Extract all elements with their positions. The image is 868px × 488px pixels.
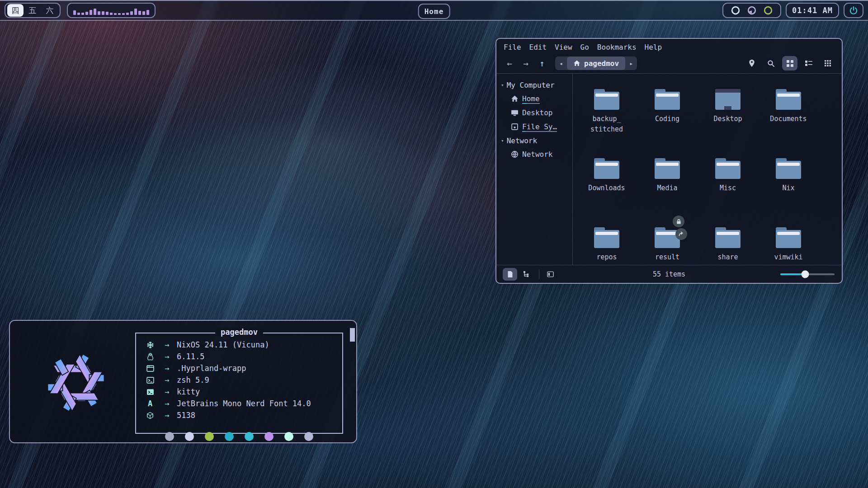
arrow-icon: → [157,362,177,374]
folder-desktop[interactable]: Desktop [698,81,758,150]
fetch-hostname: pagedmov [215,328,263,337]
folder-icon [776,227,801,248]
desktop-icon [511,109,519,117]
folder-label: Coding [655,114,679,124]
breadcrumb-prev-icon[interactable]: ◂ [555,56,567,70]
home-icon [511,95,519,103]
terminal-value: kitty [177,386,200,398]
terminal-color-palette [135,432,343,441]
fetch-row-font: A → JetBrains Mono Nerd Font 14.0 [143,398,342,409]
collapse-icon: ▾ [501,82,504,88]
fetch-box: pagedmov → NixOS 24.11 (Vicuna) → 6.11.5 [135,333,343,434]
nixos-icon [143,341,157,349]
workspace-4[interactable]: 四 [7,4,24,17]
arrow-icon: → [157,374,177,386]
workspace-5[interactable]: 五 [24,4,41,17]
palette-dot [205,432,214,441]
wm-value: .Hyprland-wrapp [177,362,246,374]
shell-icon [143,377,157,384]
breadcrumb-current[interactable]: pagedmov [567,56,625,70]
folder-label: Misc [720,183,736,193]
folder-icon [594,227,619,248]
statusbar-separator [539,269,539,279]
font-value: JetBrains Mono Nerd Font 14.0 [177,398,311,409]
symlink-emblem-icon [675,228,687,240]
toolbar-right [744,56,835,70]
palette-dot [264,432,274,441]
readonly-lock-emblem-icon [673,216,684,227]
fetch-row-shell: → zsh 5.9 [143,374,342,386]
active-window-title[interactable]: Home [418,4,450,19]
icon-view-button[interactable] [782,56,797,70]
topbar-right-modules: 01:41 AM [722,3,863,18]
folder-label: vimwiki [774,252,802,263]
sidebar-item-desktop[interactable]: Desktop [501,106,572,120]
folder-icon [655,158,680,179]
search-icon[interactable] [763,56,778,70]
breadcrumb: ◂ pagedmov ▸ [555,56,637,70]
folder-label: Documents [770,114,807,124]
back-button[interactable]: ← [503,58,516,68]
nixos-logo [28,333,124,433]
fetch-row-wm: → .Hyprland-wrapp [143,362,342,374]
folder-icon [776,158,801,179]
folder-nix[interactable]: Nix [758,150,819,219]
arrow-icon: → [157,351,177,362]
fetch-rows: → NixOS 24.11 (Vicuna) → 6.11.5 → .Hyprl… [136,333,342,421]
menu-file[interactable]: File [504,43,521,52]
location-pin-icon[interactable] [744,56,760,70]
sidebar-item-network[interactable]: Network [501,147,572,161]
menu-bookmarks[interactable]: Bookmarks [597,43,637,52]
places-pane-toggle[interactable] [503,268,517,281]
sidebar-item-label: Desktop [522,108,552,117]
folder-label: result [655,252,679,263]
folder-backup-stitched[interactable]: backup_ stitched [576,81,637,150]
zoom-slider[interactable] [780,271,835,278]
top-bar: 四 五 六 Home 01:41 AM [0,0,868,21]
folder-icon [655,89,680,110]
menu-edit[interactable]: Edit [529,43,547,52]
sidebar-section-network[interactable]: ▾ Network [501,134,572,147]
menu-go[interactable]: Go [580,43,589,52]
sidebar-item-home[interactable]: Home [501,92,572,106]
arrow-icon: → [157,409,177,421]
slider-thumb[interactable] [802,270,809,278]
folder-label: Media [657,183,677,193]
file-manager-window: File Edit View Go Bookmarks Help ← → ↑ ◂… [495,38,843,284]
places-sidebar: ▾ My Computer Home Desktop File Sy… [496,74,572,265]
side-panel-toggle[interactable] [543,268,557,281]
breadcrumb-next-icon[interactable]: ▸ [625,56,637,70]
folder-icon [594,89,619,110]
forward-button[interactable]: → [519,58,533,68]
folder-label: backup_ stitched [590,114,623,135]
menu-view[interactable]: View [555,43,572,52]
folder-icon [715,227,741,248]
sidebar-item-filesystem[interactable]: File Sy… [501,120,572,134]
palette-dot [185,432,194,441]
thumbnail-view-button[interactable] [820,56,835,70]
up-button[interactable]: ↑ [535,58,549,68]
status-indicators [722,3,781,18]
arrow-icon: → [157,398,177,409]
folder-misc[interactable]: Misc [698,150,758,219]
folder-downloads[interactable]: Downloads [576,150,637,219]
ring-indicator-2-icon[interactable] [763,5,773,15]
compact-view-button[interactable] [801,56,816,70]
folder-coding[interactable]: Coding [637,81,698,150]
menu-help[interactable]: Help [645,43,662,52]
palette-dot [284,432,293,441]
sidebar-section-my-computer[interactable]: ▾ My Computer [501,78,572,92]
folder-media[interactable]: Media [637,150,698,219]
folder-documents[interactable]: Documents [758,81,819,150]
window-manager-icon [143,365,157,372]
power-button[interactable] [844,3,863,18]
font-icon: A [143,398,157,409]
workspace-6[interactable]: 六 [42,4,58,17]
tree-pane-toggle[interactable] [519,268,533,281]
pie-indicator-icon[interactable] [747,5,757,15]
shell-value: zsh 5.9 [177,374,209,386]
sidebar-item-label: File Sy… [522,122,557,131]
ring-indicator-icon[interactable] [731,5,741,15]
clock[interactable]: 01:41 AM [786,3,839,18]
palette-dot [245,432,254,441]
